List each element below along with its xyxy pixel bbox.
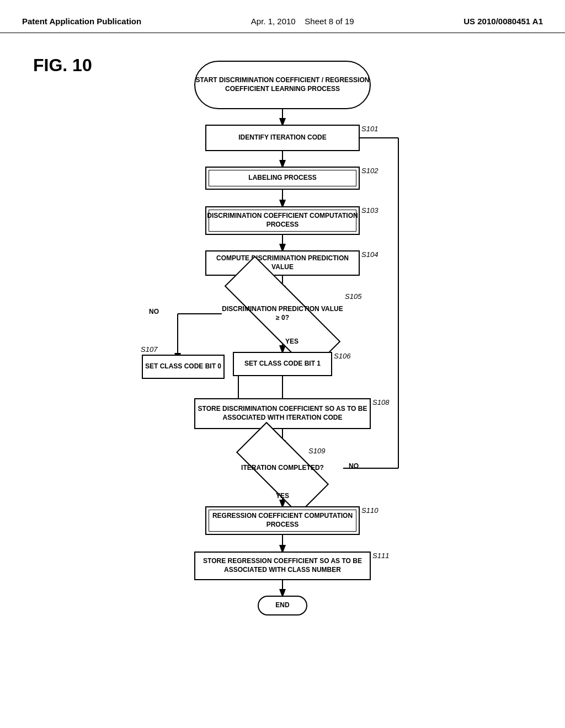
start-node: START DISCRIMINATION COEFFICIENT / REGRE… [194, 61, 371, 109]
yes-label-s109: YES [276, 492, 289, 500]
patent-number: US 2010/0080451 A1 [463, 15, 543, 27]
s101-node: IDENTIFY ITERATION CODE [205, 125, 360, 151]
s106-node: SET CLASS CODE BIT 1 [233, 352, 332, 376]
s103-label: S103 [361, 206, 378, 215]
flowchart: START DISCRIMINATION COEFFICIENT / REGRE… [67, 61, 498, 695]
s110-node: REGRESSION COEFFICIENT COMPUTATION PROCE… [205, 506, 360, 535]
header-center: Apr. 1, 2010 Sheet 8 of 19 [251, 15, 354, 27]
s103-node: DISCRIMINATION COEFFICIENT COMPUTATION P… [205, 206, 360, 235]
sheet-label: Sheet 8 of 19 [305, 17, 354, 26]
s108-label: S108 [372, 398, 389, 406]
page-header: Patent Application Publication Apr. 1, 2… [0, 0, 565, 33]
s104-node: COMPUTE DISCRIMINATION PREDICTION VALUE [205, 250, 360, 276]
s105-label-text: DISCRIMINATION PREDICTION VALUE ≥ 0? [222, 292, 343, 335]
publication-label: Patent Application Publication [22, 15, 141, 27]
no-label-s105: NO [149, 308, 159, 315]
s101-label: S101 [361, 125, 378, 133]
s105-node: DISCRIMINATION PREDICTION VALUE ≥ 0? [222, 292, 343, 335]
s107-node: SET CLASS CODE BIT 0 [142, 355, 225, 379]
end-node: END [258, 596, 307, 615]
main-content: FIG. 10 [0, 33, 565, 711]
no-label-s109: NO [349, 462, 359, 470]
s102-label: S102 [361, 167, 378, 175]
s109-label-text: ITERATION COMPLETED? [238, 447, 327, 490]
s110-label: S110 [361, 506, 378, 515]
s102-node: LABELING PROCESS [205, 167, 360, 190]
s105-label: S105 [345, 292, 361, 301]
s106-label: S106 [334, 352, 350, 360]
date-label: Apr. 1, 2010 [251, 17, 296, 26]
yes-label-s105: YES [285, 338, 299, 345]
s111-node: STORE REGRESSION COEFFICIENT SO AS TO BE… [194, 552, 371, 580]
s109-node: ITERATION COMPLETED? [238, 447, 327, 490]
s104-label: S104 [361, 250, 378, 259]
s108-node: STORE DISCRIMINATION COEFFICIENT SO AS T… [194, 398, 371, 429]
s111-label: S111 [372, 552, 389, 560]
s107-label: S107 [141, 345, 157, 354]
